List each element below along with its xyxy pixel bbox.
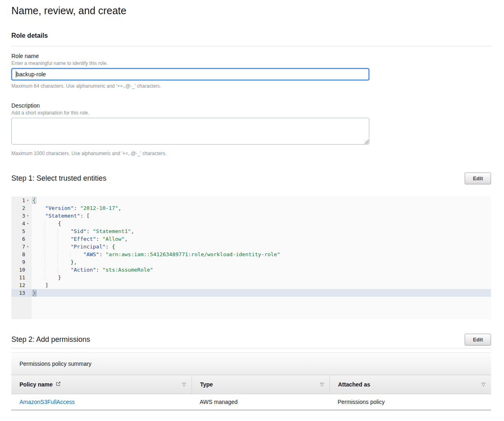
column-header-attached-as[interactable]: Attached as ▽ xyxy=(330,375,491,394)
role-name-constraint: Maximum 64 characters. Use alphanumeric … xyxy=(11,83,491,89)
sort-icon[interactable]: ▽ xyxy=(482,382,485,387)
code-line[interactable]: "Principal": { xyxy=(32,243,491,250)
policy-attached-as-cell: Permissions policy xyxy=(330,399,491,405)
editor-line[interactable]: 7▾ "Principal": { xyxy=(11,243,491,250)
line-number: 6 xyxy=(11,235,26,243)
name-review-create-page: Name, review, and create Role details Ro… xyxy=(0,0,504,419)
text-caret xyxy=(16,71,16,78)
line-number-gutter: 6 xyxy=(11,235,32,243)
gutter-fill xyxy=(11,297,32,319)
step2-heading: Step 2: Add permissions xyxy=(11,335,90,344)
code-editor[interactable]: 1▾{2 "Version": "2012-10-17",3▾ "Stateme… xyxy=(11,196,491,319)
description-textarea[interactable] xyxy=(11,118,369,145)
permissions-panel-header: Permissions policy summary xyxy=(11,352,491,375)
line-number: 7 xyxy=(11,243,26,250)
line-number: 5 xyxy=(11,227,26,235)
line-number-gutter: 11 xyxy=(11,274,32,281)
role-name-help: Enter a meaningful name to identify this… xyxy=(11,60,491,66)
code-line[interactable]: } xyxy=(32,274,491,281)
line-number-gutter: 8 xyxy=(11,250,32,258)
editor-line[interactable]: 12 ] xyxy=(11,281,491,289)
line-number-gutter: 5 xyxy=(11,227,32,235)
step2-divider xyxy=(11,348,491,348)
section-divider xyxy=(11,46,491,46)
line-number: 9 xyxy=(11,258,26,266)
column-header-policy-name[interactable]: Policy name ▽ xyxy=(11,375,192,394)
line-number: 11 xyxy=(11,274,26,281)
code-line[interactable]: }, xyxy=(32,258,491,266)
fold-arrow-icon[interactable]: ▾ xyxy=(26,196,32,204)
line-number: 1 xyxy=(11,196,26,204)
code-fill[interactable] xyxy=(32,297,491,319)
column-label: Type xyxy=(200,381,213,388)
line-number-gutter: 4▾ xyxy=(11,220,32,227)
fold-arrow-icon[interactable]: ▾ xyxy=(26,220,32,227)
code-line[interactable]: { xyxy=(32,220,491,227)
editor-line[interactable]: 2 "Version": "2012-10-17", xyxy=(11,204,491,212)
fold-arrow-icon[interactable]: ▾ xyxy=(26,212,32,220)
step1-heading: Step 1: Select trusted entities xyxy=(11,174,106,183)
description-field: Description Add a short explanation for … xyxy=(11,102,491,156)
code-line[interactable]: "Version": "2012-10-17", xyxy=(32,204,491,212)
editor-line[interactable]: 11 } xyxy=(11,274,491,281)
policy-name-link[interactable]: AmazonS3FullAccess xyxy=(19,399,75,405)
editor-line[interactable]: 1▾{ xyxy=(11,196,491,204)
code-line[interactable]: { xyxy=(32,196,491,204)
editor-line[interactable]: 8 "AWS": "arn:aws:iam::541263489771:role… xyxy=(11,250,491,258)
code-line[interactable]: "Action": "sts:AssumeRole" xyxy=(32,266,491,274)
code-line[interactable]: "Sid": "Statement1", xyxy=(32,227,491,235)
column-header-type[interactable]: Type ▽ xyxy=(192,375,330,394)
policy-type-cell: AWS managed xyxy=(192,399,330,405)
fold-arrow-icon[interactable]: ▾ xyxy=(26,243,32,250)
step2-edit-button[interactable]: Edit xyxy=(465,334,491,345)
editor-empty-area[interactable] xyxy=(11,297,491,319)
step1-header-row: Step 1: Select trusted entities Edit xyxy=(11,173,491,184)
line-number-gutter: 2 xyxy=(11,204,32,212)
role-name-input[interactable] xyxy=(11,68,369,80)
sort-icon[interactable]: ▽ xyxy=(182,382,186,387)
editor-line[interactable]: 6 "Effect": "Allow", xyxy=(11,235,491,243)
column-label: Policy name xyxy=(19,381,53,388)
line-number-gutter: 12 xyxy=(11,281,32,289)
editor-line[interactable]: 10 "Action": "sts:AssumeRole" xyxy=(11,266,491,274)
page-title: Name, review, and create xyxy=(11,5,491,17)
code-line[interactable]: } xyxy=(32,289,491,297)
role-name-field: Role name Enter a meaningful name to ide… xyxy=(11,53,491,89)
role-details-heading: Role details xyxy=(11,32,491,39)
table-row: AmazonS3FullAccess AWS managed Permissio… xyxy=(11,394,491,410)
permissions-panel: Permissions policy summary Policy name ▽… xyxy=(11,352,491,410)
line-number-gutter: 1▾ xyxy=(11,196,32,204)
line-number-gutter: 10 xyxy=(11,266,32,274)
line-number-gutter: 3▾ xyxy=(11,212,32,220)
description-label: Description xyxy=(11,102,491,109)
line-number: 2 xyxy=(11,204,26,212)
permissions-panel-title: Permissions policy summary xyxy=(19,361,91,367)
step2-header-row: Step 2: Add permissions Edit xyxy=(11,334,491,345)
line-number-gutter: 13 xyxy=(11,289,32,297)
line-number: 12 xyxy=(11,281,26,289)
code-line[interactable]: ] xyxy=(32,281,491,289)
role-name-label: Role name xyxy=(11,53,491,59)
line-number: 4 xyxy=(11,220,26,227)
line-number-gutter: 9 xyxy=(11,258,32,266)
line-number: 10 xyxy=(11,266,26,274)
description-help: Add a short explanation for this role. xyxy=(11,110,491,116)
line-number: 3 xyxy=(11,212,26,220)
editor-line[interactable]: 5 "Sid": "Statement1", xyxy=(11,227,491,235)
table-header: Policy name ▽ Type ▽ Attached as ▽ xyxy=(11,375,491,394)
external-link-icon xyxy=(56,381,61,388)
code-line[interactable]: "Effect": "Allow", xyxy=(32,235,491,243)
editor-line[interactable]: 13} xyxy=(11,289,491,297)
line-number-gutter: 7▾ xyxy=(11,243,32,250)
editor-line[interactable]: 3▾ "Statement": [ xyxy=(11,212,491,220)
step1-edit-button[interactable]: Edit xyxy=(465,173,491,184)
code-line[interactable]: "AWS": "arn:aws:iam::541263489771:role/w… xyxy=(32,250,491,258)
sort-icon[interactable]: ▽ xyxy=(320,382,324,387)
description-constraint: Maximum 1000 characters. Use alphanumeri… xyxy=(11,151,491,156)
column-label: Attached as xyxy=(338,381,370,388)
line-number: 8 xyxy=(11,250,26,258)
editor-line[interactable]: 4▾ { xyxy=(11,220,491,227)
line-number: 13 xyxy=(11,289,26,297)
editor-line[interactable]: 9 }, xyxy=(11,258,491,266)
code-line[interactable]: "Statement": [ xyxy=(32,212,491,220)
